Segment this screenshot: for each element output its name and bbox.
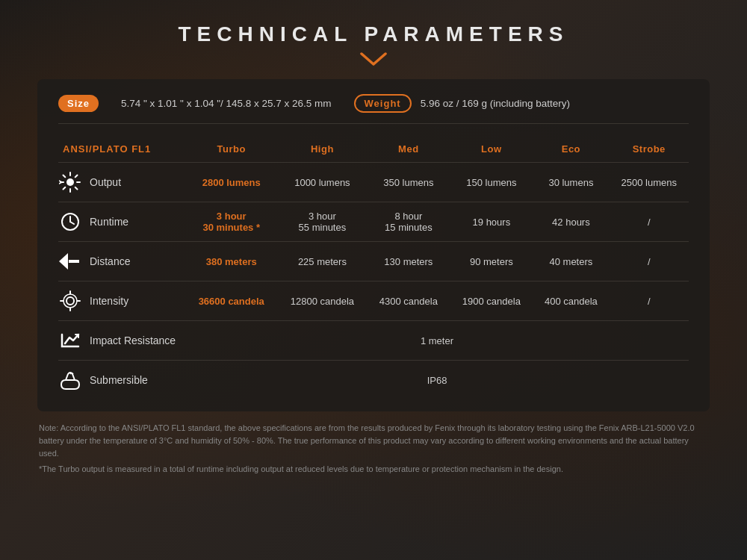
- submersible-icon: [58, 368, 82, 392]
- table-row: Output 2800 lumens 1000 lumens 350 lumen…: [58, 163, 689, 202]
- weight-group: Weight 5.96 oz / 169 g (including batter…: [354, 94, 570, 113]
- distance-low: 90 meters: [450, 242, 533, 281]
- impact-merged: 1 meter: [185, 321, 689, 361]
- output-strobe: 2500 lumens: [609, 163, 689, 202]
- intensity-label-cell: Intensity: [58, 281, 185, 320]
- distance-label-cell: Distance: [58, 242, 185, 281]
- output-label: Output: [90, 176, 121, 188]
- table-row: Submersible IP68: [58, 361, 689, 400]
- svg-point-0: [66, 178, 74, 186]
- intensity-icon: [58, 289, 82, 313]
- chevron-down-icon: [360, 52, 387, 66]
- weight-value: 5.96 oz / 169 g (including battery): [421, 98, 570, 109]
- svg-line-5: [63, 175, 66, 178]
- page-title: TECHNICAL PARAMETERS: [179, 22, 569, 46]
- note-line1: Note: According to the ANSI/PLATO FL1 st…: [39, 422, 708, 460]
- col-header-med: Med: [367, 137, 450, 163]
- distance-strobe: /: [609, 242, 689, 281]
- runtime-low: 19 hours: [450, 202, 533, 242]
- output-turbo: 2800 lumens: [185, 163, 277, 202]
- distance-med: 130 meters: [367, 242, 450, 281]
- table-row: Runtime 3 hour 30 minutes * 3 hour 55 mi…: [58, 202, 689, 242]
- col-header-high: High: [277, 137, 367, 163]
- notes-area: Note: According to the ANSI/PLATO FL1 st…: [37, 422, 710, 476]
- distance-high: 225 meters: [277, 242, 367, 281]
- output-eco: 30 lumens: [533, 163, 609, 202]
- output-low: 150 lumens: [450, 163, 533, 202]
- col-header-strobe: Strobe: [609, 137, 689, 163]
- params-table: ANSI/PLATO FL1 Turbo High Med Low Eco St…: [58, 137, 689, 399]
- weight-badge: Weight: [354, 94, 412, 113]
- runtime-label: Runtime: [90, 216, 128, 228]
- main-card: Size 5.74 " x 1.01 " x 1.04 "/ 145.8 x 2…: [37, 79, 710, 411]
- runtime-eco: 42 hours: [533, 202, 609, 242]
- svg-point-17: [63, 294, 77, 308]
- impact-label: Impact Resistance: [90, 335, 176, 346]
- submersible-label-cell: Submersible: [58, 361, 185, 399]
- svg-marker-14: [59, 253, 68, 270]
- output-high: 1000 lumens: [277, 163, 367, 202]
- runtime-high: 3 hour 55 minutes: [277, 202, 367, 242]
- intensity-label: Intensity: [90, 295, 128, 307]
- size-badge: Size: [58, 95, 99, 112]
- specs-bar: Size 5.74 " x 1.01 " x 1.04 "/ 145.8 x 2…: [58, 94, 689, 124]
- svg-rect-15: [69, 260, 79, 263]
- intensity-low: 1900 candela: [450, 281, 533, 321]
- submersible-label: Submersible: [90, 374, 148, 386]
- distance-icon: [58, 249, 82, 273]
- svg-line-6: [75, 187, 78, 190]
- col-header-turbo: Turbo: [185, 137, 277, 163]
- impact-icon: [58, 329, 82, 352]
- table-row: Distance 380 meters 225 meters 130 meter…: [58, 242, 689, 281]
- runtime-label-cell: Runtime: [58, 202, 185, 241]
- intensity-high: 12800 candela: [277, 281, 367, 321]
- svg-point-16: [66, 297, 74, 305]
- distance-label: Distance: [90, 255, 130, 267]
- distance-turbo: 380 meters: [185, 242, 277, 281]
- intensity-med: 4300 candela: [367, 281, 450, 321]
- col-header-ansi: ANSI/PLATO FL1: [58, 137, 185, 163]
- distance-eco: 40 meters: [533, 242, 609, 281]
- size-value: 5.74 " x 1.01 " x 1.04 "/ 145.8 x 25.7 x…: [121, 98, 332, 109]
- output-icon: [58, 170, 82, 194]
- table-row: Intensity 36600 candela 12800 candela 43…: [58, 281, 689, 321]
- svg-line-7: [75, 175, 78, 178]
- submersible-merged: IP68: [185, 361, 689, 400]
- runtime-strobe: /: [609, 202, 689, 242]
- runtime-turbo: 3 hour 30 minutes *: [185, 202, 277, 242]
- svg-line-10: [59, 182, 62, 184]
- col-header-low: Low: [450, 137, 533, 163]
- runtime-icon: [58, 210, 82, 234]
- svg-line-8: [63, 187, 66, 190]
- output-label-cell: Output: [58, 163, 185, 202]
- svg-line-13: [70, 222, 74, 224]
- intensity-eco: 400 candela: [533, 281, 609, 321]
- intensity-strobe: /: [609, 281, 689, 321]
- output-med: 350 lumens: [367, 163, 450, 202]
- note-line2: *The Turbo output is measured in a total…: [39, 463, 708, 476]
- col-header-eco: Eco: [533, 137, 609, 163]
- table-row: Impact Resistance 1 meter: [58, 321, 689, 361]
- runtime-med: 8 hour 15 minutes: [367, 202, 450, 242]
- impact-label-cell: Impact Resistance: [58, 321, 185, 360]
- intensity-turbo: 36600 candela: [185, 281, 277, 321]
